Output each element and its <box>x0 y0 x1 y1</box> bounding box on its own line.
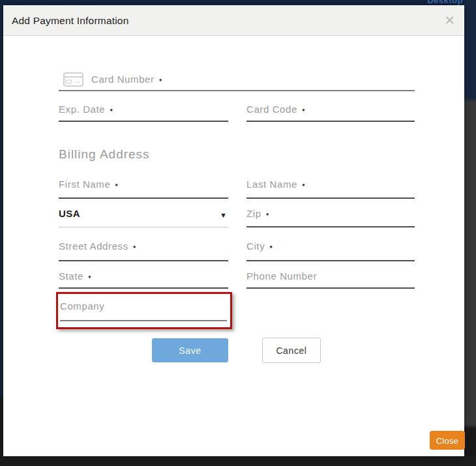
required-marker: ● <box>266 211 269 217</box>
screen: Desktop Add Payment Information × Card N… <box>0 0 476 466</box>
country-selected-value: USA <box>59 208 80 219</box>
street-address-label: Street Address <box>59 240 128 252</box>
backdrop-bottom-bar <box>0 456 476 466</box>
card-number-field[interactable]: Card Number● <box>59 69 415 91</box>
country-select[interactable]: USA ▼ <box>59 208 228 227</box>
backdrop-nav-link: Desktop <box>427 0 463 5</box>
last-name-field[interactable]: Last Name● <box>246 179 415 199</box>
required-marker: ● <box>302 107 305 113</box>
close-icon[interactable]: × <box>444 13 455 26</box>
required-marker: ● <box>110 107 113 113</box>
exp-date-field[interactable]: Exp. Date● <box>59 104 228 122</box>
card-code-label: Card Code <box>246 104 297 115</box>
save-button[interactable]: Save <box>152 338 228 362</box>
first-name-field[interactable]: First Name● <box>59 179 228 199</box>
card-number-label: Card Number <box>91 74 155 85</box>
required-marker: ● <box>159 77 162 83</box>
required-marker: ● <box>88 274 91 280</box>
credit-card-icon <box>63 72 83 89</box>
state-field[interactable]: State● <box>59 270 228 289</box>
required-marker: ● <box>302 182 305 188</box>
city-field[interactable]: City● <box>246 240 415 261</box>
first-name-label: First Name <box>59 179 110 190</box>
exp-date-label: Exp. Date <box>59 104 105 115</box>
street-address-field[interactable]: Street Address● <box>59 240 228 261</box>
state-label: State <box>59 270 83 282</box>
backdrop-right-strip <box>464 0 476 466</box>
zip-label: Zip <box>246 208 261 219</box>
company-label: Company <box>60 300 104 312</box>
billing-address-heading: Billing Address <box>59 147 150 162</box>
required-marker: ● <box>115 182 118 188</box>
required-marker: ● <box>269 244 273 250</box>
add-payment-modal: Add Payment Information × Card Number● E… <box>3 5 464 456</box>
required-marker: ● <box>133 244 136 250</box>
city-label: City <box>246 240 265 252</box>
chevron-down-icon: ▼ <box>220 211 227 219</box>
modal-title: Add Payment Information <box>12 5 129 36</box>
phone-number-label: Phone Number <box>246 270 317 282</box>
cancel-button[interactable]: Cancel <box>262 338 321 363</box>
zip-field[interactable]: Zip● <box>246 208 415 227</box>
card-code-field[interactable]: Card Code● <box>246 104 415 122</box>
modal-header: Add Payment Information × <box>3 5 464 36</box>
phone-number-field[interactable]: Phone Number <box>246 270 415 289</box>
modal-footer-close-button[interactable]: Close <box>430 431 465 450</box>
backdrop-top-bar: Desktop <box>0 0 476 5</box>
last-name-label: Last Name <box>246 179 297 190</box>
company-field[interactable]: Company <box>60 300 227 321</box>
